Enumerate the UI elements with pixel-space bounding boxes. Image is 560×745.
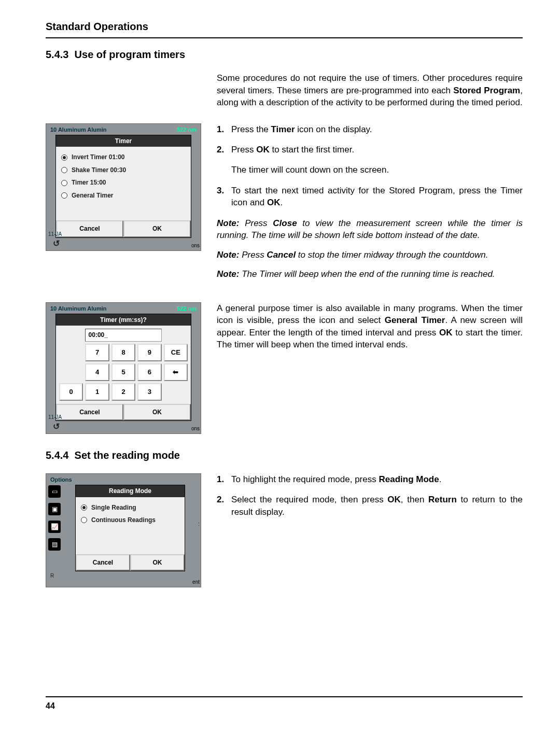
- note-text: Note: Press Close to view the measuremen…: [217, 217, 523, 242]
- keypad-backspace-icon[interactable]: ⬅: [164, 363, 188, 381]
- note-text: Note: The Timer will beep when the end o…: [217, 268, 523, 280]
- ok-button[interactable]: OK: [130, 554, 185, 571]
- step-text: To highlight the required mode, press Re…: [231, 473, 523, 485]
- dialog-title: Timer: [56, 135, 191, 147]
- back-icon[interactable]: ↺: [50, 239, 62, 248]
- step-number: 3.: [217, 185, 231, 209]
- keypad-6[interactable]: 6: [137, 363, 161, 381]
- cancel-button[interactable]: Cancel: [76, 554, 130, 571]
- radio-option[interactable]: Timer 15:00: [72, 178, 106, 187]
- send-icon[interactable]: ▣: [48, 503, 61, 515]
- ok-button[interactable]: OK: [123, 220, 191, 237]
- device-screenshot-reading-mode: Options ▭ ▣ 📈 ▤ Reading Mode Single Read…: [46, 473, 201, 587]
- section-number: 5.4.4: [46, 449, 68, 461]
- radio-option[interactable]: Invert Timer 01:00: [72, 153, 125, 162]
- section-heading: Set the reading mode: [75, 449, 180, 461]
- list-icon[interactable]: ▤: [48, 538, 61, 551]
- device-wavelength: 522 nm: [177, 305, 197, 313]
- bold-timer: Timer: [271, 124, 295, 134]
- keypad-4[interactable]: 4: [85, 363, 109, 381]
- cancel-button[interactable]: Cancel: [56, 404, 123, 421]
- section-number: 5.4.3: [46, 49, 68, 60]
- step-number: 1.: [217, 123, 231, 135]
- ent-label: ent: [192, 579, 200, 586]
- bold-ok: OK: [439, 328, 453, 338]
- device-screenshot-timer: 10 Aluminum Alumin 522 nm Timer Invert T…: [46, 123, 201, 251]
- back-icon[interactable]: ↺: [50, 422, 62, 431]
- section-544-title: 5.4.4 Set the reading mode: [46, 448, 523, 463]
- dialog-title: Timer (mm:ss)?: [56, 314, 191, 326]
- cancel-button[interactable]: Cancel: [56, 220, 123, 237]
- ok-button[interactable]: OK: [123, 404, 191, 421]
- section-heading: Use of program timers: [75, 49, 185, 60]
- page-number: 44: [46, 696, 523, 712]
- chart-icon[interactable]: 📈: [48, 521, 61, 533]
- radio-icon[interactable]: [61, 167, 67, 173]
- store-icon[interactable]: ▭: [48, 485, 61, 498]
- keypad-8[interactable]: 8: [111, 344, 135, 361]
- keypad-7[interactable]: 7: [85, 344, 109, 361]
- device-program-label: 10 Aluminum Alumin: [50, 305, 107, 313]
- step-text: Press the Timer icon on the display.: [231, 123, 523, 135]
- bold-ok: OK: [387, 495, 401, 504]
- date-label: 11-JA: [48, 414, 62, 421]
- keypad-5[interactable]: 5: [111, 363, 135, 381]
- bold-ok: OK: [256, 145, 270, 154]
- bold-cancel: Cancel: [267, 250, 296, 260]
- radio-option[interactable]: Continuous Readings: [91, 516, 156, 525]
- bold-return: Return: [428, 495, 457, 504]
- side-colon: :: [198, 521, 200, 528]
- time-input[interactable]: 00:00_: [85, 329, 162, 342]
- options-label: Options: [50, 476, 72, 484]
- radio-option[interactable]: Single Reading: [91, 503, 136, 512]
- ons-label: ons: [191, 242, 200, 249]
- radio-icon[interactable]: [61, 192, 67, 199]
- ons-label: ons: [191, 425, 200, 432]
- note-text: Note: Press Cancel to stop the timer mid…: [217, 249, 523, 261]
- radio-option[interactable]: General Timer: [72, 191, 113, 200]
- radio-icon[interactable]: [81, 517, 87, 523]
- intro-paragraph: Some procedures do not require the use o…: [217, 72, 523, 108]
- bold-reading-mode: Reading Mode: [379, 474, 439, 484]
- step-number: 1.: [217, 473, 231, 485]
- keypad-2[interactable]: 2: [111, 383, 135, 401]
- step-text: Select the required mode, then press OK,…: [231, 494, 523, 518]
- device-program-label: 10 Aluminum Alumin: [50, 126, 107, 134]
- device-screenshot-keypad: 10 Aluminum Alumin 522 nm Timer (mm:ss)?…: [46, 302, 201, 434]
- radio-option[interactable]: Shake Timer 00:30: [72, 166, 126, 175]
- step-text: To start the next timed activity for the…: [231, 185, 523, 209]
- bold-stored-program: Stored Program: [453, 86, 520, 95]
- step-text: Press OK to start the first timer.: [231, 144, 523, 156]
- keypad-0[interactable]: 0: [59, 383, 83, 401]
- date-label: 11-JA: [48, 231, 62, 238]
- bold-close: Close: [273, 218, 297, 228]
- section-543-title: 5.4.3 Use of program timers: [46, 48, 523, 62]
- radio-selected-icon[interactable]: [81, 504, 87, 511]
- step-sub-text: The timer will count down on the screen.: [231, 164, 523, 176]
- keypad-1[interactable]: 1: [85, 383, 109, 401]
- step-number: 2.: [217, 144, 231, 156]
- general-timer-paragraph: A general purpose timer is also availabl…: [217, 302, 523, 351]
- bold-general-timer: General Timer: [385, 315, 445, 325]
- radio-selected-icon[interactable]: [61, 154, 67, 161]
- chapter-header: Standard Operations: [46, 20, 523, 38]
- keypad-ce[interactable]: CE: [164, 344, 188, 361]
- footer-r: R: [50, 572, 54, 580]
- bold-ok: OK: [267, 198, 281, 207]
- step-number: 2.: [217, 494, 231, 518]
- radio-icon[interactable]: [61, 180, 67, 186]
- keypad-9[interactable]: 9: [137, 344, 161, 361]
- keypad-3[interactable]: 3: [137, 383, 161, 401]
- dialog-title: Reading Mode: [76, 485, 185, 497]
- device-wavelength: 522 nm: [177, 126, 197, 134]
